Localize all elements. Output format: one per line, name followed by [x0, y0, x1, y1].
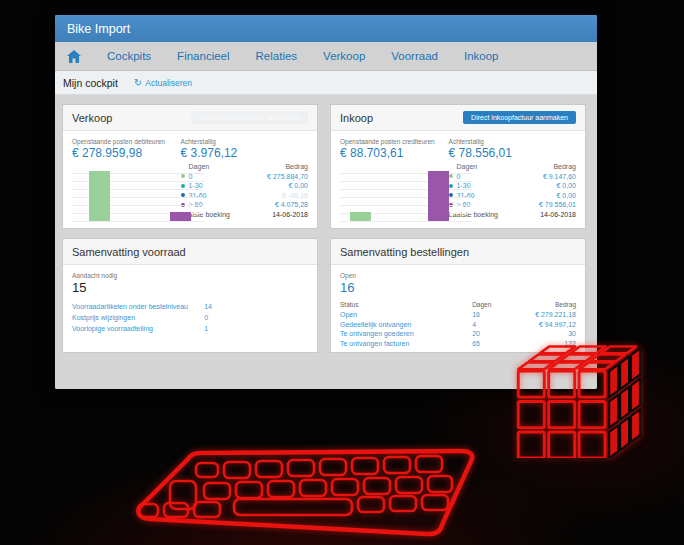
nav-cockpits[interactable]: Cockpits [107, 50, 151, 62]
home-icon[interactable] [67, 50, 81, 63]
panel-inkoop: Inkoop Direct inkoopfactuur aanmaken Ope… [330, 104, 586, 229]
nav-relaties[interactable]: Relaties [256, 50, 298, 62]
direct-verkoopfactuur-button[interactable]: Direct verkoopfactuur aanmaken [191, 111, 308, 124]
panel-voorraad-title: Samenvatting voorraad [72, 246, 186, 258]
panel-verkoop-title: Verkoop [72, 112, 112, 124]
keyboard-graphic [126, 447, 486, 545]
desktop-scene: Bike Import Cockpits Financieel Relaties… [0, 0, 684, 545]
voorraad-row: Voorraadartikelen onder bestelniveau 14 [72, 301, 308, 312]
aandacht-nodig-label: Aandacht nodig [72, 272, 308, 279]
nav-verkoop[interactable]: Verkoop [323, 50, 365, 62]
panel-samenvatting-voorraad: Samenvatting voorraad Aandacht nodig 15 … [62, 238, 318, 353]
panel-bestellingen-title: Samenvatting bestellingen [340, 246, 469, 258]
achterstallig-value: € 78.556,01 [449, 146, 576, 160]
bar-0-days [350, 212, 371, 221]
aandacht-nodig-value: 15 [72, 280, 308, 295]
direct-inkoopfactuur-button[interactable]: Direct inkoopfactuur aanmaken [463, 111, 576, 124]
page-title: Mijn cockpit [63, 77, 118, 89]
nav-inkoop[interactable]: Inkoop [464, 50, 499, 62]
nav-financieel[interactable]: Financieel [177, 50, 229, 62]
inkoop-aging-chart [340, 167, 472, 222]
refresh-label: Actualiseren [145, 78, 192, 88]
days-header: Dagen [472, 301, 491, 308]
main-nav: Cockpits Financieel Relaties Verkoop Voo… [55, 42, 597, 71]
crediteuren-value: € 88.703,61 [340, 146, 449, 160]
verkoop-aging-chart [72, 167, 204, 222]
bar-60plus-days [170, 212, 191, 221]
refresh-icon: ↻ [134, 79, 142, 87]
amount-header: Bedrag [553, 163, 576, 170]
debiteuren-label: Openstaande posten debiteuren [72, 138, 181, 145]
nav-voorraad[interactable]: Voorraad [391, 50, 438, 62]
achterstallig-label: Achterstallig [449, 138, 576, 145]
titlebar: Bike Import [55, 15, 597, 42]
app-title: Bike Import [67, 22, 130, 36]
bar-0-days [89, 171, 110, 221]
amount-header: Bedrag [285, 163, 308, 170]
achterstallig-label: Achterstallig [181, 138, 308, 145]
voorraad-row: Voorlopige voorraadtelling 1 [72, 323, 308, 334]
panel-inkoop-title: Inkoop [340, 112, 373, 124]
bar-60plus-days [428, 171, 449, 221]
debiteuren-value: € 278.959,98 [72, 146, 181, 160]
status-header: Status [340, 301, 358, 308]
open-label: Open [340, 272, 576, 279]
achterstallig-value: € 3.976,12 [181, 146, 308, 160]
amount-header: Bedrag [555, 301, 576, 308]
refresh-button[interactable]: ↻ Actualiseren [134, 78, 192, 88]
voorraad-row: Kostprijs wijzigingen 0 [72, 312, 308, 323]
panel-verkoop: Verkoop Direct verkoopfactuur aanmaken O… [62, 104, 318, 229]
page-toolbar: Mijn cockpit ↻ Actualiseren [55, 71, 597, 95]
open-value: 16 [340, 280, 576, 295]
rubiks-cube-graphic [506, 318, 656, 458]
crediteuren-label: Openstaande posten crediteuren [340, 138, 449, 145]
